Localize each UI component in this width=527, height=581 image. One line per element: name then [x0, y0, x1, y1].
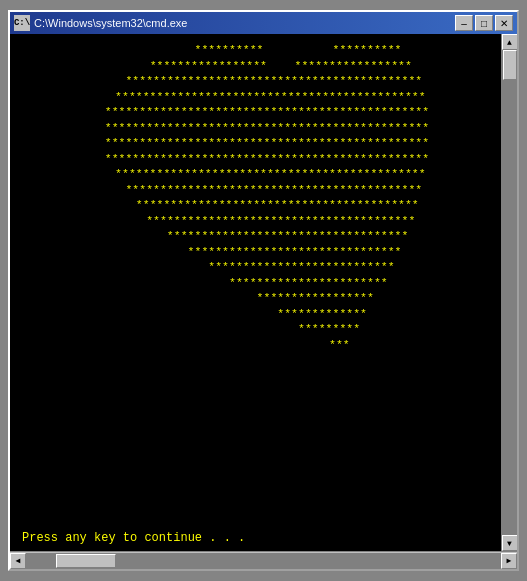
- minimize-button[interactable]: –: [455, 15, 473, 31]
- window-icon: C:\: [14, 15, 30, 31]
- horizontal-scrollbar[interactable]: ◀ ▶: [10, 551, 517, 569]
- scroll-right-arrow[interactable]: ▶: [501, 553, 517, 569]
- scroll-left-arrow[interactable]: ◀: [10, 553, 26, 569]
- vertical-scrollbar[interactable]: ▲ ▼: [501, 34, 517, 551]
- maximize-button[interactable]: □: [475, 15, 493, 31]
- scroll-up-arrow[interactable]: ▲: [502, 34, 518, 50]
- title-text: C:\Windows\system32\cmd.exe: [34, 17, 455, 29]
- status-line: Press any key to continue . . .: [10, 527, 517, 551]
- close-button[interactable]: ✕: [495, 15, 513, 31]
- scroll-down-arrow[interactable]: ▼: [502, 535, 518, 551]
- content-area: ********** ********** ***************** …: [10, 34, 517, 551]
- scroll-track[interactable]: [502, 50, 517, 535]
- console-area: ********** ********** ***************** …: [10, 34, 517, 527]
- title-bar: C:\ C:\Windows\system32\cmd.exe – □ ✕: [10, 12, 517, 34]
- title-buttons: – □ ✕: [455, 15, 513, 31]
- scroll-thumb[interactable]: [503, 50, 517, 80]
- h-scroll-track[interactable]: [26, 553, 501, 569]
- console-output: ********** ********** ***************** …: [22, 42, 505, 352]
- h-scroll-thumb[interactable]: [56, 554, 116, 568]
- cmd-window: C:\ C:\Windows\system32\cmd.exe – □ ✕ **…: [8, 10, 519, 571]
